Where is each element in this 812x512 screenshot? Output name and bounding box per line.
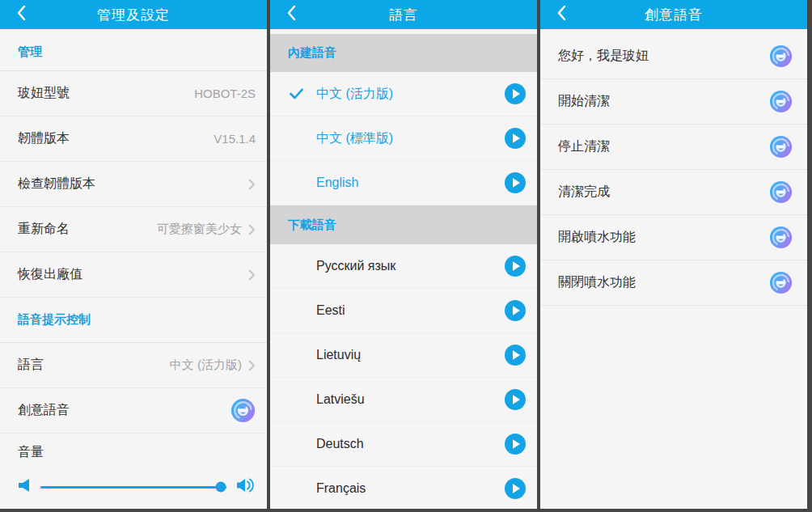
row-firmware-version[interactable]: 韌體版本 V15.1.4 — [0, 116, 267, 162]
voice-option-chinese-lively[interactable]: 中文 (活力版) — [270, 72, 537, 116]
play-button[interactable] — [505, 389, 526, 410]
chevron-left-icon — [286, 5, 296, 24]
chevron-right-icon — [248, 269, 256, 281]
voice-label: English — [316, 176, 358, 190]
row-value: 可愛擦窗美少女 — [157, 222, 242, 237]
volume-loud-icon[interactable] — [236, 477, 256, 497]
panel-settings: 管理及設定 管理 玻妞型號 HOBOT-2S 韌體版本 V15.1.4 檢查韌體… — [0, 0, 267, 509]
play-button[interactable] — [505, 478, 526, 499]
row-label: 玻妞型號 — [18, 85, 70, 102]
volume-block: 音量 — [0, 434, 267, 497]
volume-handle[interactable] — [216, 482, 226, 493]
play-button[interactable] — [505, 345, 526, 366]
voice-option-estonian[interactable]: Eesti — [270, 289, 537, 333]
volume-mute-icon[interactable] — [18, 478, 31, 496]
row-label: 檢查韌體版本 — [18, 176, 95, 193]
phrase-spray-on[interactable]: 開啟噴水功能 — [540, 215, 807, 260]
creative-voice-swirl-icon[interactable] — [769, 180, 793, 204]
section-builtin-voices: 內建語音 — [270, 34, 537, 72]
panel-language: 語言 內建語音 中文 (活力版) 中文 (標準版) English 下載語音 Р… — [270, 0, 537, 509]
phrase-label: 開啟噴水功能 — [558, 229, 636, 246]
row-label: 語言 — [18, 357, 44, 374]
creative-voice-swirl-icon[interactable] — [769, 44, 793, 68]
voice-label: Eesti — [316, 303, 345, 318]
chevron-right-icon — [248, 360, 256, 371]
voice-option-english[interactable]: English — [270, 161, 537, 205]
chevron-right-icon — [248, 224, 256, 235]
row-factory-reset[interactable]: 恢復出廠值 — [0, 252, 267, 298]
phrase-cleaning-complete[interactable]: 清潔完成 — [540, 170, 807, 215]
voice-label: Français — [316, 481, 366, 496]
row-rename[interactable]: 重新命名 可愛擦窗美少女 — [0, 207, 267, 252]
section-download-voices: 下載語音 — [270, 205, 537, 244]
row-model[interactable]: 玻妞型號 HOBOT-2S — [0, 71, 267, 116]
phrase-start-cleaning[interactable]: 開始清潔 — [540, 79, 807, 125]
voice-label: Русский язык — [316, 259, 395, 273]
voice-label: 中文 (標準版) — [316, 130, 393, 147]
row-value: 中文 (活力版) — [170, 358, 242, 373]
phrase-label: 停止清潔 — [558, 138, 610, 155]
phrase-label: 您好，我是玻妞 — [558, 48, 649, 65]
row-creative-voice[interactable]: 創意語音 — [0, 388, 267, 434]
header-creative-voice: 創意語音 — [540, 0, 807, 29]
phrase-label: 開始清潔 — [558, 93, 610, 110]
play-button[interactable] — [505, 300, 526, 321]
voice-label: Deutsch — [316, 437, 364, 451]
check-icon — [290, 88, 316, 99]
chevron-left-icon — [16, 5, 26, 24]
phrase-label: 清潔完成 — [558, 184, 610, 201]
chevron-right-icon — [248, 179, 256, 190]
row-label: 韌體版本 — [18, 130, 70, 147]
row-label: 恢復出廠值 — [18, 266, 82, 283]
chevron-left-icon — [556, 5, 566, 24]
voice-option-german[interactable]: Deutsch — [270, 422, 537, 467]
section-management: 管理 — [0, 34, 267, 71]
voice-label: 中文 (活力版) — [316, 86, 393, 103]
page-title: 創意語音 — [645, 6, 703, 24]
header-settings: 管理及設定 — [0, 0, 267, 29]
row-value: V15.1.4 — [214, 132, 256, 146]
back-button[interactable] — [548, 0, 574, 29]
page-title: 語言 — [389, 6, 418, 24]
row-label: 重新命名 — [18, 221, 70, 238]
voice-option-russian[interactable]: Русский язык — [270, 244, 537, 289]
volume-label: 音量 — [18, 444, 256, 461]
voice-label: Lietuvių — [316, 348, 361, 362]
voice-label: Latviešu — [316, 392, 365, 407]
creative-voice-swirl-icon[interactable] — [769, 226, 793, 249]
voice-option-french[interactable]: Français — [270, 467, 537, 509]
voice-option-lithuanian[interactable]: Lietuvių — [270, 333, 537, 378]
back-button[interactable] — [278, 0, 304, 29]
header-language: 語言 — [270, 0, 537, 29]
voice-option-latvian[interactable]: Latviešu — [270, 378, 537, 422]
panel-creative-voice: 創意語音 您好，我是玻妞 開始清潔 停止清潔 — [540, 0, 807, 509]
row-check-firmware[interactable]: 檢查韌體版本 — [0, 162, 267, 207]
creative-voice-swirl-icon[interactable] — [230, 398, 256, 423]
phrase-hello-i-am-hobot[interactable]: 您好，我是玻妞 — [540, 34, 807, 79]
play-button[interactable] — [505, 434, 526, 455]
play-button[interactable] — [505, 256, 526, 277]
creative-voice-swirl-icon[interactable] — [769, 135, 793, 159]
play-button[interactable] — [505, 172, 526, 193]
phrase-spray-off[interactable]: 關閉噴水功能 — [540, 260, 807, 306]
creative-voice-swirl-icon[interactable] — [769, 271, 793, 294]
row-label: 創意語音 — [18, 402, 70, 419]
play-button[interactable] — [505, 83, 526, 104]
section-voice-prompt-control: 語音提示控制 — [0, 298, 267, 343]
volume-slider[interactable] — [18, 477, 256, 497]
play-button[interactable] — [505, 128, 526, 149]
phrase-stop-cleaning[interactable]: 停止清潔 — [540, 125, 807, 170]
creative-voice-swirl-icon[interactable] — [769, 90, 793, 113]
volume-track[interactable] — [40, 486, 226, 489]
voice-option-chinese-standard[interactable]: 中文 (標準版) — [270, 116, 537, 161]
row-language[interactable]: 語言 中文 (活力版) — [0, 343, 267, 388]
row-value: HOBOT-2S — [194, 87, 256, 100]
phrase-label: 關閉噴水功能 — [558, 274, 636, 291]
back-button[interactable] — [8, 0, 34, 29]
page-title: 管理及設定 — [97, 6, 170, 24]
